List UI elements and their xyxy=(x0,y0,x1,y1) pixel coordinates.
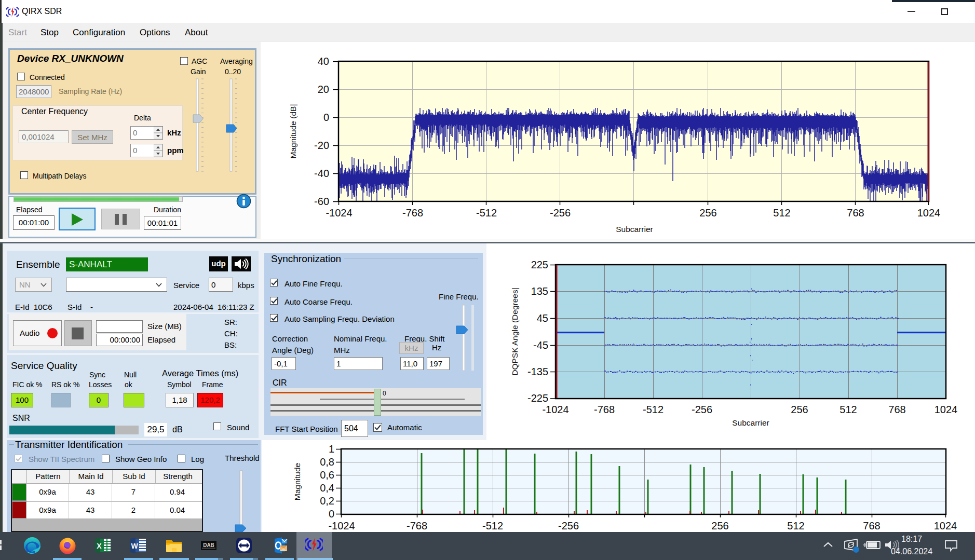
svg-text:0,2: 0,2 xyxy=(320,495,334,507)
svg-text:X: X xyxy=(97,542,102,550)
svg-text:512: 512 xyxy=(787,520,804,531)
svg-text:Magnitude: Magnitude xyxy=(293,463,302,500)
svg-text:-256: -256 xyxy=(558,520,579,531)
svg-text:768: 768 xyxy=(863,520,880,531)
svg-text:DAB: DAB xyxy=(203,542,214,548)
svg-text:-512: -512 xyxy=(482,520,503,531)
svg-text:1024: 1024 xyxy=(934,520,957,531)
svg-text:0,6: 0,6 xyxy=(320,469,334,481)
svg-text:W: W xyxy=(131,542,138,550)
svg-text:0,4: 0,4 xyxy=(320,482,334,494)
svg-text:0,8: 0,8 xyxy=(320,456,334,468)
svg-text:1: 1 xyxy=(329,443,334,455)
svg-text:256: 256 xyxy=(711,520,728,531)
svg-text:0: 0 xyxy=(329,508,334,520)
svg-text:-768: -768 xyxy=(407,520,427,531)
svg-text:-1024: -1024 xyxy=(328,520,355,531)
